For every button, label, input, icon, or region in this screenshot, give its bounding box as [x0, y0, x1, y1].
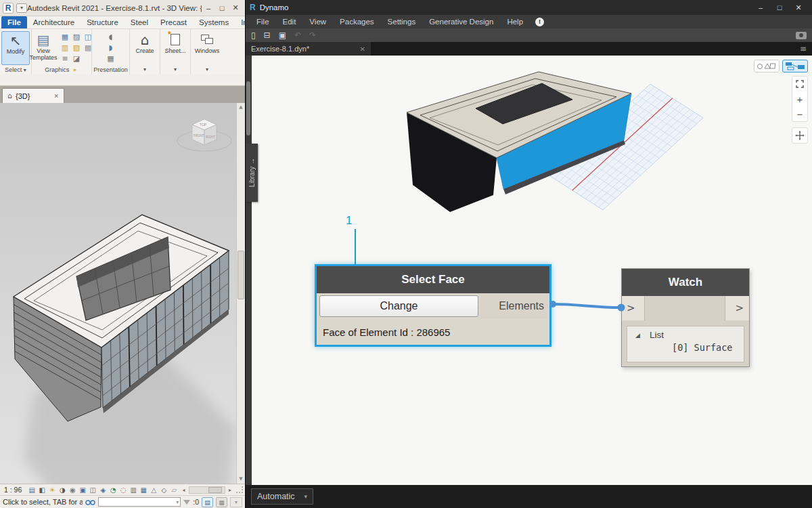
ribbon-tab-file[interactable]: File [1, 16, 27, 28]
ribbon-tab-steel[interactable]: Steel [125, 16, 154, 28]
analytical-model-icon[interactable]: △ [149, 485, 158, 495]
hscroll-thumb[interactable] [208, 487, 222, 493]
revit-close-button[interactable]: ✕ [229, 3, 242, 12]
dynamo-minimize-button[interactable]: – [751, 3, 770, 12]
filter-icon[interactable] [183, 500, 190, 505]
show-hidden-lines-icon[interactable]: ▨ [73, 33, 80, 41]
save-icon[interactable]: ▣ [279, 29, 286, 41]
hscroll-left-icon[interactable]: ◂ [180, 487, 187, 493]
scroll-up-icon[interactable]: ▲ [239, 103, 242, 112]
resize-grip[interactable] [236, 486, 243, 493]
dynamo-maximize-button[interactable]: □ [770, 3, 789, 12]
sun-path-icon[interactable]: ☀ [47, 485, 57, 495]
revit-minimize-button[interactable]: – [202, 4, 215, 12]
viewport-vertical-scrollbar[interactable]: ▲ ▼ [236, 103, 245, 484]
ribbon-tab-systems[interactable]: Systems [193, 16, 235, 28]
menu-edit[interactable]: Edit [276, 15, 303, 28]
elements-output-port[interactable]: Elements [480, 293, 549, 319]
zoom-fit-button[interactable] [792, 77, 807, 91]
ribbon-tab-precast[interactable]: Precast [154, 16, 193, 28]
select-face-node[interactable]: Select Face Change Elements Face of Elem… [315, 264, 551, 347]
create-button[interactable]: ⌂ Create [131, 31, 158, 65]
rendering-dialog-icon[interactable]: ◉ [68, 485, 77, 495]
remove-hidden-lines-icon[interactable]: ▧ [73, 44, 80, 52]
select-toggle[interactable]: ▦ [216, 497, 227, 507]
export-image-camera-icon[interactable] [796, 32, 807, 39]
tab-close-icon[interactable]: ✕ [360, 45, 365, 53]
visibility-graphics-icon[interactable]: ▦ [62, 33, 68, 41]
zoom-out-button[interactable]: − [792, 106, 807, 121]
new-file-icon[interactable]: ▯ [251, 29, 256, 41]
library-tab[interactable]: Library → [246, 144, 258, 202]
status-dropdown[interactable]: ▾ [230, 497, 242, 507]
filters-icon[interactable]: ▥ [62, 44, 68, 52]
pan-button[interactable] [792, 127, 808, 144]
view-tab-3d[interactable]: ⌂ {3D} ✕ [2, 88, 64, 103]
combo-caret-icon[interactable]: ▾ [176, 499, 180, 505]
menu-packages[interactable]: Packages [333, 15, 381, 28]
menu-generative-design[interactable]: Generative Design [422, 15, 500, 28]
worksharing-icon[interactable] [85, 499, 95, 506]
displacement-sets-icon[interactable]: ◇ [159, 485, 168, 495]
thin-lines-icon[interactable]: ≡ [62, 55, 68, 63]
worksharing-display-icon[interactable]: ▥ [129, 485, 138, 495]
crop-view-icon[interactable]: ▣ [78, 485, 87, 495]
notification-icon[interactable]: ! [535, 18, 544, 26]
watch-node-title[interactable]: Watch [622, 269, 749, 296]
undo-icon[interactable]: ↶ [294, 29, 301, 41]
revit-viewport[interactable]: TOP FRONT RIGHT ▲ ▼ [0, 103, 245, 484]
render-icon[interactable]: ◖ [109, 33, 113, 41]
modify-button[interactable]: ↖ Modify [1, 31, 30, 65]
editable-only-toggle[interactable]: ▤ [202, 497, 213, 507]
graphics-panel-label[interactable]: Graphics » [32, 65, 91, 75]
library-strip-thumb[interactable] [246, 81, 250, 135]
menu-file[interactable]: File [250, 15, 276, 28]
windows-panel-caret[interactable]: ▾ [191, 65, 223, 75]
menu-settings[interactable]: Settings [381, 15, 423, 28]
linework-icon[interactable]: ◫ [85, 33, 91, 41]
workspace-tab[interactable]: Exercise-8.1.dyn* ✕ [246, 42, 371, 56]
watch-output-port[interactable]: > [725, 296, 749, 320]
dynamo-close-button[interactable]: ✕ [789, 3, 808, 12]
render-gallery-icon[interactable]: ▦ [107, 55, 114, 63]
run-mode-select[interactable]: Automatic ▾ [251, 488, 313, 505]
scroll-down-icon[interactable]: ▼ [239, 475, 242, 484]
sheet-button[interactable]: * Sheet... [162, 31, 189, 65]
revit-logo-icon[interactable]: R [3, 3, 14, 14]
graphics-extra-icon[interactable]: ▩ [85, 44, 91, 52]
ribbon-tab-architecture[interactable]: Architecture [27, 16, 81, 28]
ribbon-tab-structure[interactable]: Structure [81, 16, 125, 28]
render-in-cloud-icon[interactable]: ◗ [109, 44, 113, 52]
shadows-icon[interactable]: ◑ [58, 485, 67, 495]
redo-icon[interactable]: ↷ [309, 29, 316, 41]
visual-style-icon[interactable]: ◧ [37, 485, 47, 495]
sheet-panel-caret[interactable]: ▾ [160, 65, 190, 75]
expander-icon[interactable]: ◢ [631, 332, 640, 339]
detail-level-icon[interactable]: ▤ [27, 485, 37, 495]
watch-node[interactable]: Watch > > ◢ List [0] Surface [621, 268, 750, 367]
graph-view-button[interactable] [782, 60, 808, 72]
constraints-icon[interactable]: ▱ [169, 485, 179, 495]
ribbon-options-icon[interactable]: ▾ [16, 3, 27, 13]
view-templates-button[interactable]: ▤ View Templates [30, 31, 58, 65]
hscroll-right-icon[interactable]: ▸ [227, 487, 234, 493]
change-button[interactable]: Change [319, 295, 478, 317]
windows-button[interactable]: Windows [193, 31, 221, 65]
lock-view-icon[interactable]: ◈ [98, 485, 108, 495]
select-face-node-title[interactable]: Select Face [317, 266, 549, 293]
show-crop-icon[interactable]: ◫ [88, 485, 97, 495]
create-panel-caret[interactable]: ▾ [130, 65, 160, 75]
geometry-view-button[interactable] [754, 60, 780, 72]
view-scale[interactable]: 1 : 96 [2, 486, 26, 494]
temporary-view-properties-icon[interactable]: ▦ [139, 485, 148, 495]
presentation-panel-label[interactable]: Presentation [92, 65, 129, 75]
zoom-in-button[interactable]: + [792, 91, 807, 106]
open-icon[interactable]: ⊟ [264, 29, 271, 41]
menu-help[interactable]: Help [500, 15, 530, 28]
temporary-hide-isolate-icon[interactable]: ◔ [108, 485, 118, 495]
view-tab-close-icon[interactable]: ✕ [53, 93, 59, 100]
dynamo-canvas[interactable]: Library → [246, 56, 812, 485]
library-collapsed-strip[interactable] [246, 56, 252, 485]
cut-profile-icon[interactable]: ◪ [73, 55, 80, 63]
menu-view[interactable]: View [302, 15, 333, 28]
